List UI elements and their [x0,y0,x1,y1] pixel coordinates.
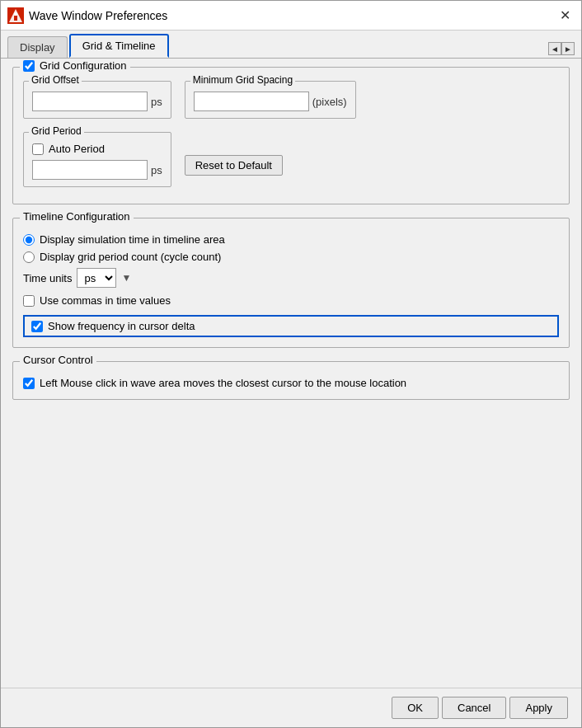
cursor-control-section: Cursor Control Left Mouse click in wave … [12,361,570,400]
grid-config-checkbox[interactable] [23,60,35,72]
grid-offset-input[interactable]: 0 [32,92,148,111]
min-grid-spacing-input[interactable]: 40 [194,92,309,111]
apply-button[interactable]: Apply [509,697,568,719]
radio-grid-count-label[interactable]: Display grid period count (cycle count) [23,251,559,263]
auto-period-checkbox[interactable] [32,143,44,155]
content-area: Grid Configuration Grid Offset 0 ps Mini… [1,59,581,688]
grid-offset-unit: ps [151,96,162,108]
offset-spacing-row: Grid Offset 0 ps Minimum Grid Spacing 40… [23,81,559,125]
footer: OK Cancel Apply [1,688,581,727]
grid-config-legend: Grid Configuration [20,59,130,72]
grid-offset-legend: Grid Offset [29,74,82,86]
grid-offset-group: Grid Offset 0 ps [23,81,171,119]
show-frequency-checkbox[interactable] [31,321,43,332]
timeline-config-section: Timeline Configuration Display simulatio… [12,218,570,348]
tab-scroll-right[interactable]: ► [561,42,575,55]
grid-period-unit: ps [151,164,162,176]
min-grid-spacing-group: Minimum Grid Spacing 40 (pixels) [185,81,356,119]
grid-period-legend: Grid Period [29,125,84,137]
dropdown-arrow-icon: ▼ [121,272,131,284]
tab-scroll-left[interactable]: ◄ [548,42,561,55]
radio-grid-count[interactable] [23,251,35,263]
auto-period-label[interactable]: Auto Period [32,143,162,155]
tab-scroll-buttons: ◄ ► [548,42,575,58]
close-button[interactable]: ✕ [555,6,575,26]
time-units-label: Time units [23,272,72,284]
grid-period-input[interactable]: 1 [32,160,148,180]
reset-button-container: Reset to Default [185,155,283,176]
svg-rect-2 [14,16,17,21]
grid-config-section: Grid Configuration Grid Offset 0 ps Mini… [12,67,570,204]
app-icon [7,7,24,24]
tab-display[interactable]: Display [7,36,68,58]
min-grid-spacing-legend: Minimum Grid Spacing [190,74,295,86]
grid-config-enable-label[interactable]: Grid Configuration [23,59,127,72]
period-reset-row: Grid Period Auto Period 1 ps [23,132,559,194]
radio-sim-time-label[interactable]: Display simulation time in timeline area [23,233,559,246]
use-commas-row: Use commas in time values [23,294,559,307]
left-mouse-label[interactable]: Left Mouse click in wave area moves the … [23,377,559,389]
tab-bar: Display Grid & Timeline ◄ ► [1,31,581,59]
min-grid-spacing-unit: (pixels) [312,96,347,108]
time-units-select[interactable]: ps fs ns us ms s [77,268,116,288]
left-mouse-checkbox[interactable] [23,378,35,389]
timeline-config-legend: Timeline Configuration [20,210,134,223]
use-commas-checkbox[interactable] [23,295,35,307]
reset-default-button[interactable]: Reset to Default [185,155,283,176]
ok-button[interactable]: OK [392,697,439,719]
left-mouse-row: Left Mouse click in wave area moves the … [23,377,559,389]
grid-period-group: Grid Period Auto Period 1 ps [23,132,171,187]
cancel-button[interactable]: Cancel [442,697,506,719]
dialog-title: Wave Window Preferences [29,9,555,22]
radio-sim-time[interactable] [23,234,35,246]
show-frequency-label: Show frequency in cursor delta [48,320,195,332]
title-bar: Wave Window Preferences ✕ [1,1,581,31]
svg-point-3 [14,12,17,16]
time-units-row: Time units ps fs ns us ms s ▼ [23,268,559,288]
tab-grid-timeline[interactable]: Grid & Timeline [69,34,169,58]
cursor-control-legend: Cursor Control [20,354,96,366]
use-commas-label[interactable]: Use commas in time values [23,294,559,307]
dialog-window: Wave Window Preferences ✕ Display Grid &… [0,0,582,728]
show-frequency-row: Show frequency in cursor delta [23,315,559,337]
